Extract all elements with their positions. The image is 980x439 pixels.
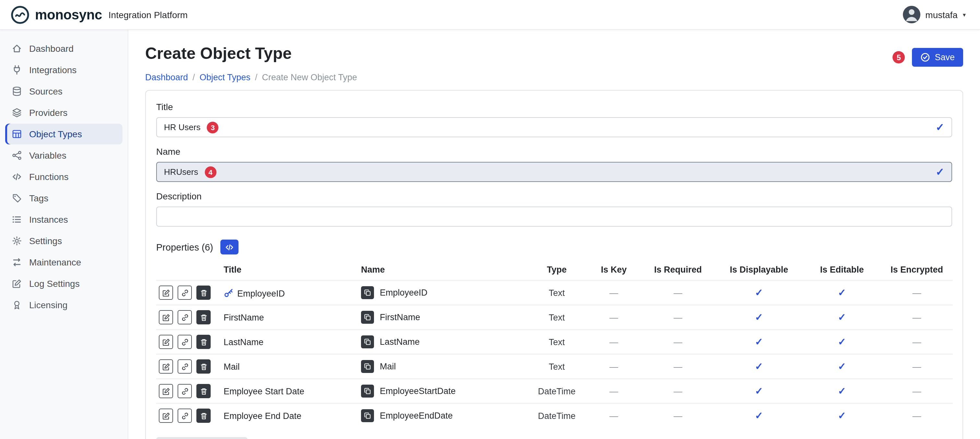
step-badge: 5 xyxy=(892,51,905,63)
edit-property-button[interactable] xyxy=(159,384,173,398)
sidebar-item-label: Licensing xyxy=(29,300,67,310)
link-icon xyxy=(180,412,189,420)
link-icon xyxy=(180,313,189,322)
breadcrumb-object-types[interactable]: Object Types xyxy=(200,73,250,82)
sidebar-item-settings[interactable]: Settings xyxy=(5,230,123,251)
is-displayable-cell: ✓ xyxy=(715,330,803,354)
brand-name: monosync xyxy=(35,7,102,22)
title-field-group: Title HR Users 3 ✓ xyxy=(156,101,952,137)
sidebar-item-object-types[interactable]: Object Types xyxy=(5,124,123,144)
header-actions: 5 Save xyxy=(892,48,963,67)
is-required-cell: — xyxy=(641,379,715,403)
sidebar-item-instances[interactable]: Instances xyxy=(5,209,123,230)
delete-property-button[interactable] xyxy=(196,285,211,300)
copy-name-button[interactable] xyxy=(361,335,374,349)
layers-icon xyxy=(12,108,22,118)
edit-property-button[interactable] xyxy=(159,285,173,300)
title-input[interactable]: HR Users 3 ✓ xyxy=(156,117,952,137)
check-icon: ✓ xyxy=(755,336,763,347)
sidebar-item-label: Integrations xyxy=(29,65,76,75)
check-icon: ✓ xyxy=(755,410,763,421)
code-icon xyxy=(12,171,22,182)
trash-icon xyxy=(199,288,208,297)
user-menu[interactable]: mustafa ▾ xyxy=(902,6,966,23)
create-property-button[interactable]: Create Property xyxy=(156,437,248,439)
sidebar-item-label: Object Types xyxy=(29,129,82,139)
edit-property-button[interactable] xyxy=(159,310,173,324)
main-content: Create Object Type Dashboard/Object Type… xyxy=(128,30,980,439)
sidebar-item-label: Functions xyxy=(29,171,68,182)
property-title: LastName xyxy=(224,338,264,347)
link-property-button[interactable] xyxy=(178,335,192,349)
description-input[interactable] xyxy=(156,206,952,227)
sidebar-item-licensing[interactable]: Licensing xyxy=(5,295,123,315)
view-code-button[interactable] xyxy=(220,239,239,254)
is-encrypted-cell: — xyxy=(881,330,953,354)
property-type: Text xyxy=(527,281,587,305)
topbar: monosync Integration Platform mustafa ▾ xyxy=(0,0,980,30)
dash: — xyxy=(674,361,682,371)
property-name: EmployeeID xyxy=(380,288,428,298)
product-title: Integration Platform xyxy=(108,10,188,20)
sidebar-item-dashboard[interactable]: Dashboard xyxy=(5,38,123,59)
sidebar-item-log-settings[interactable]: Log Settings xyxy=(5,273,123,294)
delete-property-button[interactable] xyxy=(196,384,211,398)
pencil-square-icon xyxy=(162,313,170,322)
dash: — xyxy=(674,411,682,420)
page-title: Create Object Type xyxy=(145,44,357,63)
pencil-square-icon xyxy=(162,338,170,346)
is-editable-cell: ✓ xyxy=(803,281,881,305)
copy-name-button[interactable] xyxy=(361,286,374,299)
dash: — xyxy=(609,361,618,371)
is-required-cell: — xyxy=(641,403,715,427)
property-title: Mail xyxy=(224,362,240,372)
form-card: Title HR Users 3 ✓ Name HRUsers 4 ✓ xyxy=(145,90,963,439)
column-header-is-required: Is Required xyxy=(641,260,715,281)
sidebar-item-providers[interactable]: Providers xyxy=(5,102,123,123)
link-property-button[interactable] xyxy=(178,384,192,398)
breadcrumb-dashboard[interactable]: Dashboard xyxy=(145,73,188,82)
edit-property-button[interactable] xyxy=(159,409,173,423)
link-property-button[interactable] xyxy=(178,359,192,374)
property-name: EmployeeEndDate xyxy=(380,411,453,420)
name-input[interactable]: HRUsers 4 ✓ xyxy=(156,162,952,182)
pencil-square-icon xyxy=(12,279,22,289)
key-icon xyxy=(224,287,234,298)
edit-property-button[interactable] xyxy=(159,359,173,374)
list-icon xyxy=(12,214,22,225)
title-label: Title xyxy=(156,101,952,112)
delete-property-button[interactable] xyxy=(196,335,211,349)
copy-name-button[interactable] xyxy=(361,311,374,324)
dash: — xyxy=(913,386,921,396)
delete-property-button[interactable] xyxy=(196,409,211,423)
copy-name-button[interactable] xyxy=(361,360,374,373)
trash-icon xyxy=(199,387,208,395)
sidebar-item-maintenance[interactable]: Maintenance xyxy=(5,252,123,273)
property-title: FirstName xyxy=(224,313,264,322)
link-property-button[interactable] xyxy=(178,310,192,324)
sidebar-item-functions[interactable]: Functions xyxy=(5,166,123,187)
sidebar-item-variables[interactable]: Variables xyxy=(5,145,123,166)
check-icon: ✓ xyxy=(838,410,846,421)
link-property-button[interactable] xyxy=(178,285,192,300)
save-button[interactable]: Save xyxy=(912,48,963,67)
link-property-button[interactable] xyxy=(178,409,192,423)
copy-icon xyxy=(364,412,371,420)
sidebar-item-integrations[interactable]: Integrations xyxy=(5,60,123,80)
property-name: LastName xyxy=(380,337,420,347)
props-header-row: TitleNameTypeIs KeyIs RequiredIs Display… xyxy=(156,260,953,281)
edit-property-button[interactable] xyxy=(159,335,173,349)
copy-name-button[interactable] xyxy=(361,409,374,422)
copy-icon xyxy=(364,289,371,296)
delete-property-button[interactable] xyxy=(196,310,211,324)
copy-name-button[interactable] xyxy=(361,385,374,398)
check-icon: ✓ xyxy=(838,311,846,322)
property-type: DateTime xyxy=(527,379,587,403)
pencil-square-icon xyxy=(162,412,170,420)
property-title: EmployeeID xyxy=(237,288,285,298)
link-icon xyxy=(180,288,189,297)
delete-property-button[interactable] xyxy=(196,359,211,374)
sidebar-item-tags[interactable]: Tags xyxy=(5,188,123,209)
sidebar-item-sources[interactable]: Sources xyxy=(5,81,123,101)
check-icon: ✓ xyxy=(838,287,846,298)
